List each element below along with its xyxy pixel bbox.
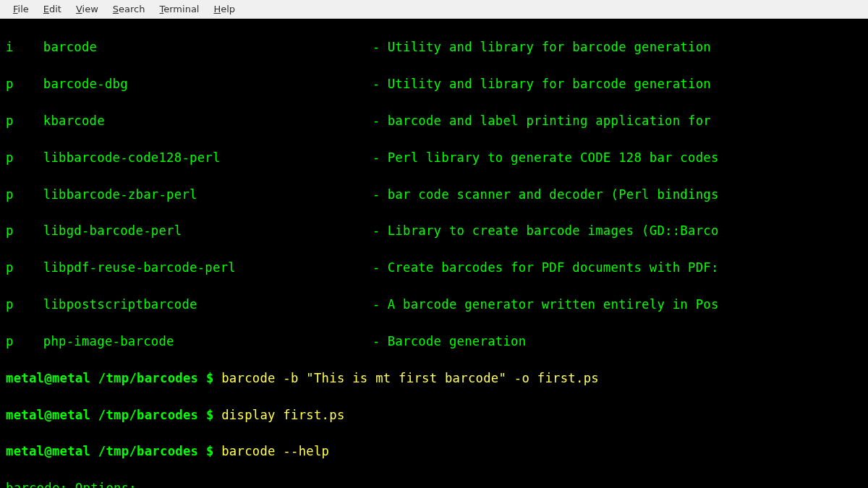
prompt-line: metal@metal /tmp/barcodes $ barcode --he… <box>6 442 865 461</box>
menu-file[interactable]: File <box>6 4 36 14</box>
package-row: pkbarcode- barcode and label printing ap… <box>6 112 865 130</box>
menu-search[interactable]: Search <box>106 4 153 14</box>
command-text: barcode --help <box>221 444 329 458</box>
menubar: File Edit View Search Terminal Help <box>0 0 868 19</box>
command-text: barcode -b "This is mt first barcode" -o… <box>221 371 599 385</box>
help-header: barcode: Options: <box>6 479 865 488</box>
terminal-content[interactable]: ibarcode- Utility and library for barcod… <box>0 19 868 488</box>
package-row: pbarcode-dbg- Utility and library for ba… <box>6 75 865 93</box>
prompt-line: metal@metal /tmp/barcodes $ barcode -b "… <box>6 369 865 388</box>
menu-help[interactable]: Help <box>206 4 242 14</box>
package-row: pphp-image-barcode- Barcode generation <box>6 333 865 351</box>
package-row: plibgd-barcode-perl- Library to create b… <box>6 222 865 240</box>
package-row: plibbarcode-zbar-perl- bar code scanner … <box>6 186 865 204</box>
package-row: ibarcode- Utility and library for barcod… <box>6 38 865 56</box>
command-text: display first.ps <box>221 408 344 422</box>
menu-edit[interactable]: Edit <box>36 4 69 14</box>
package-row: plibpdf-reuse-barcode-perl- Create barco… <box>6 259 865 277</box>
package-row: plibpostscriptbarcode- A barcode generat… <box>6 296 865 314</box>
menu-view[interactable]: View <box>69 4 106 14</box>
prompt-line: metal@metal /tmp/barcodes $ display firs… <box>6 406 865 424</box>
package-row: plibbarcode-code128-perl- Perl library t… <box>6 149 865 167</box>
menu-terminal[interactable]: Terminal <box>153 4 207 14</box>
